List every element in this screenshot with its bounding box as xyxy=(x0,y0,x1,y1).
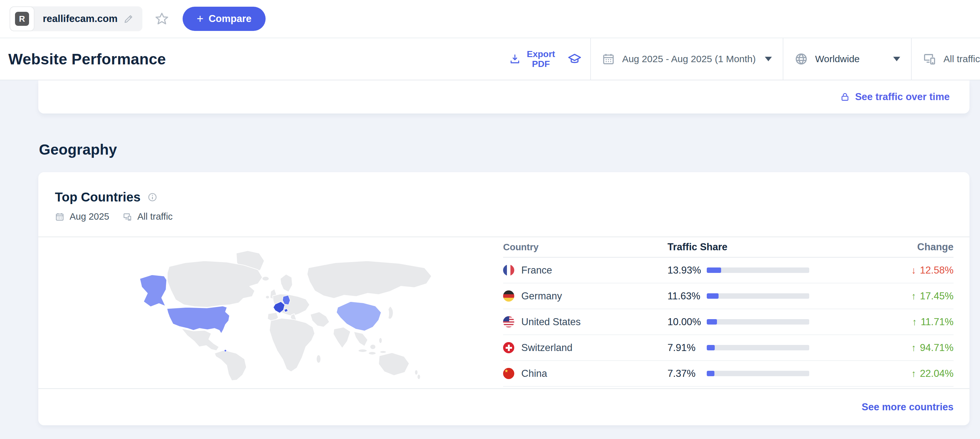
country-flag xyxy=(503,265,514,276)
see-traffic-over-time-link[interactable]: See traffic over time xyxy=(840,91,950,103)
export-pdf-button[interactable]: Export PDF xyxy=(498,38,566,80)
map-indonesia xyxy=(368,352,376,355)
date-range-picker[interactable]: Aug 2025 - Aug 2025 (1 Month) xyxy=(591,38,783,80)
change-value: 94.71% xyxy=(920,342,953,353)
site-chip[interactable]: R reallifecam.com xyxy=(10,6,142,31)
table-row[interactable]: Switzerland 7.91% ↑94.71% xyxy=(503,335,953,361)
map-china-highlight xyxy=(336,301,381,331)
calendar-icon xyxy=(602,52,615,66)
traffic-share-bar xyxy=(707,319,809,325)
map-india xyxy=(333,327,350,348)
map-borneo xyxy=(370,344,376,349)
traffic-share-bar-fill xyxy=(707,371,714,376)
map-switzerland-highlight xyxy=(284,309,288,312)
traffic-share-bar xyxy=(707,293,809,299)
traffic-filter[interactable]: All traffic xyxy=(912,38,980,80)
site-name: reallifecam.com xyxy=(43,13,118,25)
top-countries-meta: Aug 2025 All traffic xyxy=(55,211,953,222)
see-traffic-over-time-label: See traffic over time xyxy=(855,91,950,103)
learning-button[interactable] xyxy=(566,38,590,80)
traffic-share-bar-fill xyxy=(707,345,715,350)
table-row[interactable]: France 13.93% ↓12.58% xyxy=(503,258,953,284)
country-name: Switzerland xyxy=(521,342,572,353)
traffic-share-bar-fill xyxy=(707,268,721,273)
header-controls: Export PDF Aug 2025 - Aug 2025 (1 Month)… xyxy=(498,38,980,80)
change-cell: ↑94.71% xyxy=(809,342,953,353)
country-name: France xyxy=(521,265,552,276)
devices-icon xyxy=(123,212,132,222)
topbar: R reallifecam.com + Compare xyxy=(0,0,980,38)
traffic-card-bottom: See traffic over time xyxy=(38,80,969,114)
column-header-traffic-share: Traffic Share xyxy=(668,241,809,253)
column-header-country: Country xyxy=(503,242,668,252)
table-row[interactable]: Germany 11.63% ↑17.45% xyxy=(503,284,953,309)
map-new-zealand xyxy=(415,370,418,375)
traffic-share-bar xyxy=(707,268,809,273)
change-value: 17.45% xyxy=(920,290,953,302)
country-flag xyxy=(503,342,514,353)
map-africa xyxy=(269,318,315,372)
country-name: China xyxy=(521,368,547,379)
map-japan xyxy=(388,306,393,319)
traffic-share-value: 13.93% xyxy=(668,265,707,276)
change-arrow: ↑ xyxy=(912,317,917,327)
traffic-share-value: 7.37% xyxy=(668,368,707,379)
country-flag xyxy=(503,368,514,379)
region-value: Worldwide xyxy=(815,54,884,64)
devices-icon xyxy=(923,52,937,66)
change-cell: ↑22.04% xyxy=(809,368,953,379)
top-countries-table: Country Traffic Share Change France 13.9… xyxy=(503,237,969,388)
map-new-zealand xyxy=(417,374,420,379)
plus-icon: + xyxy=(197,13,203,25)
map-south-america xyxy=(215,350,247,381)
column-header-change: Change xyxy=(809,241,953,253)
date-range-value: Aug 2025 - Aug 2025 (1 Month) xyxy=(622,54,756,64)
traffic-share-bar xyxy=(707,345,809,350)
export-pdf-label: Export PDF xyxy=(527,49,555,69)
table-row[interactable]: China 7.37% ↑22.04% xyxy=(503,361,953,387)
traffic-share-value: 11.63% xyxy=(668,290,707,302)
change-arrow: ↓ xyxy=(912,265,916,276)
table-row[interactable]: United States 10.00% ↑11.71% xyxy=(503,309,953,335)
change-arrow: ↑ xyxy=(912,368,916,379)
region-picker[interactable]: Worldwide xyxy=(783,38,911,80)
country-name: United States xyxy=(521,316,581,328)
world-map[interactable] xyxy=(38,237,503,388)
map-united-states-highlight xyxy=(167,306,229,333)
traffic-share-value: 10.00% xyxy=(668,316,707,328)
map-australia xyxy=(379,353,409,376)
content-area: See traffic over time Geography Top Coun… xyxy=(0,80,980,439)
site-favicon: R xyxy=(10,6,35,31)
change-cell: ↑11.71% xyxy=(809,316,953,328)
map-madagascar xyxy=(317,355,321,363)
see-more-countries-link[interactable]: See more countries xyxy=(862,401,953,413)
page-header: Website Performance Export PDF Aug 2025 … xyxy=(0,38,980,80)
traffic-share-value: 7.91% xyxy=(668,342,707,353)
traffic-filter-value: All traffic xyxy=(943,54,980,64)
traffic-share-bar-fill xyxy=(707,293,719,299)
change-value: 22.04% xyxy=(920,368,953,379)
calendar-icon xyxy=(55,212,64,222)
site-favicon-letter: R xyxy=(15,12,29,26)
info-icon[interactable] xyxy=(148,192,158,202)
map-indonesia xyxy=(380,351,386,353)
lock-icon xyxy=(840,92,850,102)
traffic-share-bar xyxy=(707,371,809,376)
change-arrow: ↑ xyxy=(912,291,916,301)
edit-icon[interactable] xyxy=(123,13,134,24)
map-alaska-highlight xyxy=(140,275,167,307)
traffic-share-bar-fill xyxy=(707,319,717,325)
page-title: Website Performance xyxy=(0,51,166,68)
top-countries-header: Top Countries Aug 2025 All traffic xyxy=(38,172,969,236)
change-cell: ↓12.58% xyxy=(809,265,953,276)
compare-label: Compare xyxy=(208,13,251,25)
compare-button[interactable]: + Compare xyxy=(183,7,265,31)
graduation-cap-icon xyxy=(567,52,582,66)
top-countries-title: Top Countries xyxy=(55,190,140,204)
favorite-star-icon[interactable] xyxy=(154,11,169,26)
chevron-down-icon xyxy=(765,57,772,61)
chevron-down-icon xyxy=(893,57,900,61)
map-mexico xyxy=(181,328,219,351)
country-flag xyxy=(503,316,514,327)
geography-section-title: Geography xyxy=(39,141,980,158)
